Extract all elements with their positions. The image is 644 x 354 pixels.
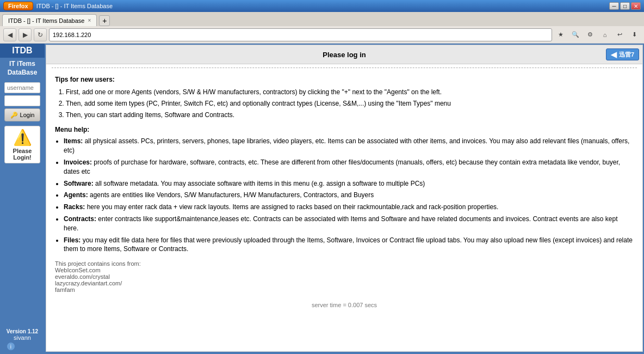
main-layout: ITDB IT iTems DataBase 🔑 Login ⚠️ Please… (0, 44, 644, 353)
menu-item-racks-label: Racks: (64, 203, 85, 211)
credits: This project contains icons from: WebIco… (55, 260, 634, 293)
info-icon[interactable]: i (7, 342, 15, 351)
refresh-button[interactable]: ↻ (34, 28, 47, 41)
downloads-icon[interactable]: ⬇ (628, 28, 641, 41)
content-header: Please log in ◀ 迅雷7 (46, 45, 642, 64)
menu-help-title: Menu help: (55, 126, 634, 133)
close-button[interactable]: ✕ (631, 2, 641, 10)
sidebar: ITDB IT iTems DataBase 🔑 Login ⚠️ Please… (0, 44, 45, 353)
menu-item-software-desc: all software metadata. You may associate… (94, 180, 425, 187)
window-title: ITDB - [] - IT Items Database (36, 3, 113, 9)
menu-item-files-desc: you may edit file data here for files th… (64, 236, 633, 253)
menu-item-contracts-desc: enter contracts like support&maintenance… (64, 215, 618, 232)
widget-label: 迅雷7 (619, 51, 634, 59)
tips-list: First, add one or more Agents (vendors, … (66, 88, 634, 119)
server-time: server time = 0.007 secs (46, 297, 642, 313)
password-input[interactable] (4, 95, 40, 106)
menu-item-contracts-label: Contracts: (64, 215, 96, 223)
menu-item-software-label: Software: (64, 180, 94, 187)
tip-1: First, add one or more Agents (vendors, … (66, 88, 634, 97)
tools-icon[interactable]: ⚙ (584, 28, 597, 41)
divider (52, 68, 637, 68)
menu-item-files-label: Files: (64, 236, 81, 244)
back-button[interactable]: ◀ (3, 28, 16, 41)
tab-close-button[interactable]: × (88, 17, 91, 23)
menu-item-agents-label: Agents: (64, 191, 88, 199)
credits-line-3: lazycrazy.deviantart.com/ (55, 280, 634, 286)
tip-2: Then, add some item types (PC, Printer, … (66, 99, 634, 108)
active-tab[interactable]: ITDB - [] - IT Items Database × (2, 14, 97, 26)
widget-arrow-icon: ◀ (611, 50, 617, 59)
history-back-icon[interactable]: ↩ (613, 28, 626, 41)
firefox-button[interactable]: Firefox (3, 2, 33, 10)
header-widget: ◀ 迅雷7 (492, 48, 639, 60)
menu-item-invoices-desc: proofs of purchase for hardware, softwar… (64, 158, 620, 175)
tab-bar: ITDB - [] - IT Items Database × + (0, 12, 644, 26)
menu-help-list: Items: all physical assets. PCs, printer… (64, 137, 634, 254)
key-icon: 🔑 (10, 112, 18, 119)
warning-icon: ⚠️ (13, 129, 32, 147)
home-button[interactable]: ⌂ (598, 28, 611, 41)
menu-item-contracts: Contracts: enter contracts like support&… (64, 215, 634, 233)
maximize-button[interactable]: □ (620, 2, 630, 10)
sidebar-logo: ITDB (0, 44, 45, 58)
login-form: 🔑 Login (0, 80, 45, 124)
tips-title: Tips for new users: (55, 76, 634, 83)
warning-box: ⚠️ Please Login! (4, 126, 40, 163)
username-input[interactable] (4, 82, 40, 93)
content-body: Tips for new users: First, add one or mo… (46, 71, 642, 297)
credits-line-1: WebIconSet.com (55, 267, 634, 273)
menu-item-agents: Agents: agents are entities like Vendors… (64, 191, 634, 200)
menu-item-invoices: Invoices: proofs of purchase for hardwar… (64, 158, 634, 176)
app-title: IT iTems DataBase (0, 58, 45, 80)
version-number: Version 1.12 (7, 328, 38, 334)
version-info: Version 1.12 sivann i (4, 325, 40, 353)
credits-line-2: everaldo.com/crystal (55, 273, 634, 280)
thunder-widget[interactable]: ◀ 迅雷7 (606, 48, 639, 60)
menu-item-items: Items: all physical assets. PCs, printer… (64, 137, 634, 155)
tab-label: ITDB - [] - IT Items Database (8, 17, 84, 24)
menu-item-racks: Racks: here you may enter rack data + vi… (64, 203, 634, 212)
menu-item-software: Software: all software metadata. You may… (64, 179, 634, 188)
credits-line-4: famfam (55, 286, 634, 293)
menu-item-racks-desc: here you may enter rack data + view rack… (85, 203, 498, 211)
credits-title: This project contains icons from: (55, 260, 634, 267)
tip-3: Then, you can start adding Items, Softwa… (66, 111, 634, 120)
window-controls: ─ □ ✕ (609, 2, 641, 10)
content-area: Please log in ◀ 迅雷7 Tips for new users: … (46, 45, 643, 352)
menu-item-agents-desc: agents are entities like Vendors, S/W Ma… (88, 191, 374, 199)
logo-text: ITDB (12, 46, 32, 55)
menu-item-files: Files: you may edit file data here for f… (64, 236, 634, 254)
forward-button[interactable]: ▶ (18, 28, 32, 41)
nav-icons: ★ 🔍 ⚙ ⌂ ↩ ⬇ (554, 28, 641, 41)
login-label: Login (20, 112, 35, 118)
search-icon[interactable]: 🔍 (569, 28, 582, 41)
username-display: sivann (7, 334, 38, 341)
nav-bar: ◀ ▶ ↻ ★ 🔍 ⚙ ⌂ ↩ ⬇ (0, 26, 644, 44)
menu-item-items-desc: all physical assets. PCs, printers, serv… (64, 137, 629, 154)
menu-item-items-label: Items: (64, 137, 83, 145)
menu-item-invoices-label: Invoices: (64, 158, 92, 166)
login-button[interactable]: 🔑 Login (4, 108, 40, 121)
minimize-button[interactable]: ─ (609, 2, 619, 10)
header-title: Please log in (197, 51, 492, 59)
title-bar: Firefox ITDB - [] - IT Items Database ─ … (0, 0, 644, 12)
address-bar[interactable] (49, 28, 552, 41)
bookmarks-icon[interactable]: ★ (554, 28, 567, 41)
warning-text: Please Login! (7, 148, 38, 161)
new-tab-button[interactable]: + (99, 15, 110, 26)
